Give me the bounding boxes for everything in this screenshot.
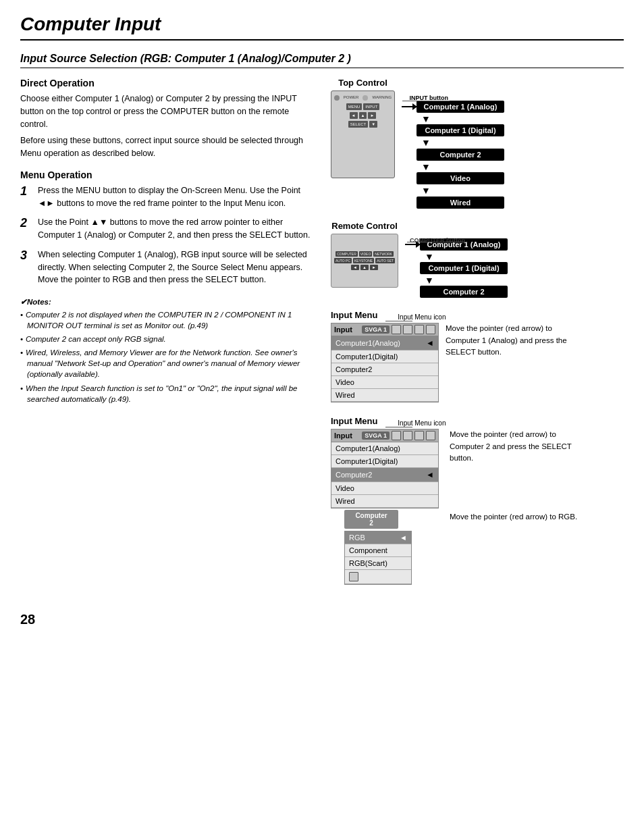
source-arrow: ◄ (400, 533, 407, 542)
step-1: 1 Press the MENU button to display the O… (20, 184, 317, 210)
step-3-text: When selecting Computer 1 (Analog), RGB … (38, 249, 317, 286)
source-row-component: Component (345, 544, 411, 557)
note-item: When the Input Search function is set to… (20, 383, 317, 405)
menu-row: Wired (331, 389, 438, 402)
menu-row: Video (331, 376, 438, 389)
step-2-num: 2 (20, 216, 32, 242)
step-1-num: 1 (20, 184, 32, 210)
input-menu-2-description: Move the pointer (red arrow) to Computer… (450, 429, 585, 464)
right-column: Top Control POWER WARNING MENU INPUT (331, 78, 624, 598)
page-title: Computer Input (20, 14, 624, 41)
menu-icon (414, 325, 424, 334)
direct-operation-text2: Before using these buttons, correct inpu… (20, 134, 317, 160)
notes-list: Computer 2 is not displayed when the COM… (20, 309, 317, 405)
input-menu-2-title: Input Menu (331, 416, 377, 426)
menu-icon (426, 325, 435, 334)
menu-icon (392, 325, 401, 334)
input-menu-2: Input Menu Input Menu icon Input SVGA 1 (331, 416, 624, 585)
source-description: Move the pointer (red arrow) to RGB. (450, 511, 585, 523)
menu-header-2: Input SVGA 1 (331, 429, 438, 442)
menu-icon (414, 431, 424, 440)
chain-item: Video (417, 172, 504, 184)
arrow-indicator: ◄ (426, 338, 434, 348)
input-menu-2-table: Input SVGA 1 Computer1(Analog) (331, 429, 439, 509)
top-control-title: Top Control (338, 78, 387, 88)
top-control-diagram: Top Control POWER WARNING MENU INPUT (331, 78, 624, 209)
note-item: Wired, Wireless, and Memory Viewer are f… (20, 347, 317, 380)
input-menu-1-description: Move the pointer (red arrow) to Computer… (446, 323, 581, 358)
svga-value-2: SVGA 1 (362, 432, 390, 440)
step-1-text: Press the MENU button to display the On-… (38, 184, 317, 210)
input-menu-1-icon-label: Input Menu icon (398, 313, 446, 321)
input-menu-2-icon-label: Input Menu icon (398, 419, 446, 427)
notes-section: ✔Notes: Computer 2 is not displayed when… (20, 297, 317, 405)
source-row-rgb: RGB ◄ (345, 531, 411, 544)
input-menu-1: Input Menu Input Menu icon Input SVGA 1 (331, 310, 624, 402)
page-number: 28 (20, 612, 624, 627)
remote-control-diagram: Remote Control COMPUTER VIDEO NETWORK AU… (331, 221, 624, 298)
menu-icon (426, 431, 435, 440)
source-submenu: RGB ◄ Component RGB(Scart) (344, 531, 412, 585)
remote-control-chain: Computer 1 (Analog) ▼ Computer 1 (Digita… (405, 238, 508, 298)
menu-header: Input SVGA 1 (331, 323, 438, 336)
note-item: Computer 2 is not displayed when the COM… (20, 309, 317, 331)
menu-icon (403, 325, 412, 334)
input-menu-2-wrapper: Input SVGA 1 Computer1(Analog) (331, 429, 624, 585)
direct-operation-heading: Direct Operation (20, 78, 317, 88)
menu-operation-section: Menu Operation 1 Press the MENU button t… (20, 170, 317, 286)
notes-title: ✔Notes: (20, 297, 317, 307)
menu-input-label-2: Input (334, 432, 352, 440)
remote-control-title: Remote Control (331, 221, 398, 231)
source-row-icon (345, 570, 411, 584)
source-row-rgb-scart: RGB(Scart) (345, 557, 411, 570)
section-title: Input Source Selection (RGB: Computer 1 … (20, 53, 624, 68)
top-control-chain: Computer 1 (Analog) ▼ Computer 1 (Digita… (402, 101, 504, 209)
source-menu-label: Computer2 (344, 510, 398, 529)
chain-item: Computer 2 (417, 149, 504, 161)
note-item: Computer 2 can accept only RGB signal. (20, 334, 317, 344)
menu-row-2: Video (331, 482, 438, 495)
menu-row-2: Wired (331, 495, 438, 508)
top-control-image: POWER WARNING MENU INPUT ◄ ▲ ► (331, 90, 395, 178)
menu-row: Computer2 (331, 363, 438, 376)
direct-operation-text1: Choose either Computer 1 (Analog) or Com… (20, 93, 317, 130)
menu-row-2: Computer1(Digital) (331, 455, 438, 468)
menu-row: Computer1(Digital) (331, 350, 438, 363)
svga-value: SVGA 1 (362, 325, 390, 334)
chain-item: Computer 1 (Analog) (417, 101, 504, 113)
remote-control-image: COMPUTER VIDEO NETWORK AUTO PC KEYSTONE … (331, 234, 398, 288)
input-menu-1-title: Input Menu (331, 310, 377, 320)
left-column: Direct Operation Choose either Computer … (20, 78, 317, 598)
chain-item: Computer 1 (Digital) (417, 124, 504, 136)
menu-icon (392, 431, 401, 440)
menu-row-2: Computer1(Analog) (331, 442, 438, 455)
menu-icon (403, 431, 412, 440)
chain-item: Computer 2 (420, 286, 508, 298)
menu-operation-heading: Menu Operation (20, 170, 317, 180)
source-icon (349, 572, 358, 581)
chain-item: Computer 1 (Digital) (420, 262, 508, 274)
menu-row-2-selected: Computer2 ◄ (331, 468, 438, 482)
step-2: 2 Use the Point ▲▼ buttons to move the r… (20, 216, 317, 242)
arrow-indicator-2: ◄ (426, 470, 434, 479)
menu-input-label: Input (334, 325, 352, 334)
chain-item: Wired (417, 197, 504, 209)
step-2-text: Use the Point ▲▼ buttons to move the red… (38, 216, 317, 242)
step-3-num: 3 (20, 249, 32, 286)
step-3: 3 When selecting Computer 1 (Analog), RG… (20, 249, 317, 286)
input-menu-1-wrapper: Input SVGA 1 Computer1(Analog) ◄ (331, 323, 624, 402)
input-menu-1-table: Input SVGA 1 Computer1(Analog) ◄ (331, 323, 439, 402)
menu-row-selected: Computer1(Analog) ◄ (331, 336, 438, 350)
